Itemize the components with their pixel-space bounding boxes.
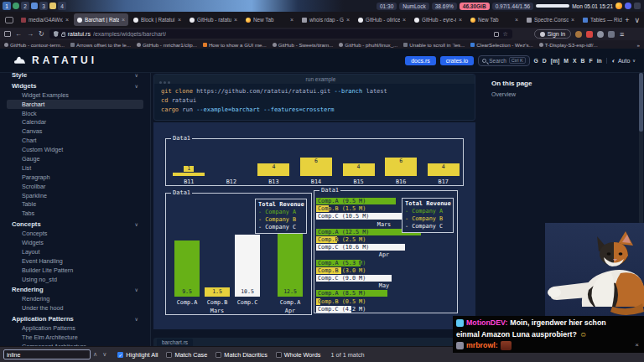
find-option-highlight-all[interactable]: ✓Highlight All bbox=[117, 351, 158, 359]
sidebar-item-sparkline[interactable]: Sparkline bbox=[7, 191, 143, 200]
back-button[interactable]: ← bbox=[15, 30, 22, 39]
sidebar-item-tabs[interactable]: Tabs bbox=[7, 209, 143, 218]
forward-button[interactable]: → bbox=[27, 30, 34, 39]
tracking-shield-icon[interactable] bbox=[54, 31, 59, 37]
sidebar-item-table[interactable]: Table bbox=[7, 199, 143, 209]
checkbox-icon[interactable]: ✓ bbox=[117, 352, 123, 358]
sign-in-button[interactable]: Sign in bbox=[534, 29, 571, 39]
browser-tab-block-ratatui[interactable]: Block | Ratatui× bbox=[130, 13, 184, 26]
monitor-icon[interactable] bbox=[31, 3, 38, 9]
tab-close-icon[interactable]: × bbox=[402, 17, 406, 23]
sidebar-item-event-handling[interactable]: Event Handling bbox=[7, 256, 143, 266]
firefox-view-icon[interactable] bbox=[5, 17, 13, 23]
tab-close-icon[interactable]: × bbox=[571, 17, 574, 23]
extension-monkey-icon[interactable] bbox=[575, 31, 582, 38]
browser-tab-whois-rdap-go[interactable]: whois rdap - Go× bbox=[299, 13, 353, 26]
sidebar-section-rendering[interactable]: Rendering∨ bbox=[7, 285, 143, 294]
list-tabs-button[interactable]: ∨ bbox=[634, 16, 640, 24]
volume-slider[interactable] bbox=[536, 4, 569, 8]
browser-tab-tables-rich-1[interactable]: Tables — Rich 1× bbox=[579, 13, 622, 26]
sidebar-item-paragraph[interactable]: Paragraph bbox=[7, 173, 143, 182]
browser-tab-new-tab[interactable]: New Tab× bbox=[467, 13, 522, 26]
bookmark-t-display-s3-esp-idf[interactable]: T-Display-S3-esp-idf/... bbox=[539, 42, 598, 48]
sidebar-item-under-the-hood[interactable]: Under the hood bbox=[7, 303, 143, 313]
sidebar-item-widgets[interactable]: Widgets bbox=[7, 238, 143, 247]
bookmark-star-icon[interactable]: ☆ bbox=[502, 31, 507, 38]
browser-tab-github-ratatui[interactable]: GitHub - ratatui× bbox=[186, 13, 241, 26]
discord-icon[interactable]: D bbox=[543, 58, 547, 64]
sidebar-item-scrollbar[interactable]: Scrollbar bbox=[7, 182, 143, 191]
browser-tab-github-eyre-rs[interactable]: GitHub - eyre-rs× bbox=[411, 13, 465, 26]
sidebar-item-concepts[interactable]: Concepts bbox=[7, 229, 143, 238]
workspace-button-4[interactable]: 4 bbox=[58, 2, 66, 10]
page-scrollbar[interactable] bbox=[639, 73, 643, 224]
toc-link-overview[interactable]: Overview bbox=[491, 91, 600, 97]
sidebar-item-layout[interactable]: Layout bbox=[7, 247, 143, 256]
tab-close-icon[interactable]: × bbox=[178, 17, 181, 23]
sidebar-item-application-patterns[interactable]: Application Patterns bbox=[7, 323, 143, 333]
checkbox-icon[interactable] bbox=[166, 352, 172, 358]
bookmark-how-to-show-a-gui-me[interactable]: How to show a GUI me... bbox=[203, 42, 267, 48]
linkedin-icon[interactable]: in bbox=[597, 58, 602, 64]
sidebar-section-application-patterns[interactable]: Application Patterns∨ bbox=[7, 314, 143, 323]
site-brand[interactable]: RATATUI bbox=[13, 54, 97, 66]
find-previous-button[interactable]: ∧ bbox=[93, 351, 97, 358]
extension-gray-icon[interactable] bbox=[597, 31, 604, 38]
sidebar-section-widgets[interactable]: Widgets∨ bbox=[7, 81, 143, 90]
tab-close-icon[interactable]: × bbox=[346, 17, 350, 23]
tab-close-icon[interactable]: × bbox=[122, 17, 125, 23]
sidebar-item-gauge[interactable]: Gauge bbox=[7, 154, 143, 163]
lock-icon[interactable] bbox=[61, 34, 65, 37]
workspace-button-2[interactable]: 2 bbox=[21, 2, 29, 10]
checkbox-icon[interactable] bbox=[216, 352, 221, 358]
chat-close-icon[interactable]: × bbox=[635, 341, 639, 349]
sidebar-item-list[interactable]: List bbox=[7, 163, 143, 173]
matrix-icon[interactable]: [m] bbox=[551, 58, 560, 64]
tab-close-icon[interactable]: × bbox=[515, 17, 518, 23]
browser-tab-spectre-console-d[interactable]: Spectre.Console D× bbox=[523, 13, 578, 26]
crates-io-button[interactable]: crates.io bbox=[440, 56, 474, 65]
find-input[interactable] bbox=[3, 349, 91, 359]
find-option-match-case[interactable]: Match Case bbox=[166, 351, 207, 359]
sidebar-item-builder-lite-pattern[interactable]: Builder Lite Pattern bbox=[7, 266, 143, 275]
bookmarks-overflow-button[interactable]: » bbox=[637, 42, 640, 48]
workspace-button-1[interactable]: 1 bbox=[3, 2, 11, 10]
tab-close-icon[interactable]: × bbox=[65, 17, 69, 23]
browser-tab-new-tab[interactable]: New Tab× bbox=[242, 13, 297, 26]
find-option-whole-words[interactable]: Whole Words bbox=[276, 351, 321, 359]
extension-ublock-icon[interactable] bbox=[586, 31, 593, 38]
sidebar-item-using-no-std[interactable]: Using no_std bbox=[7, 275, 143, 284]
discord-tray-icon[interactable] bbox=[625, 3, 631, 9]
bluesky-icon[interactable]: B bbox=[581, 58, 585, 64]
find-next-button[interactable]: ∨ bbox=[102, 351, 106, 358]
menu-button[interactable]: ≡ bbox=[620, 30, 624, 39]
tab-close-icon[interactable]: × bbox=[234, 17, 237, 23]
sidebar-item-calendar[interactable]: Calendar bbox=[7, 117, 143, 127]
globe-icon[interactable] bbox=[13, 3, 19, 9]
browser-tab-media-g4awx2[interactable]: media/G4AWx2× bbox=[18, 13, 72, 26]
bookmark-github-sweets-tiram[interactable]: GitHub - Sweets/tiram... bbox=[273, 42, 334, 48]
github-icon[interactable]: G bbox=[534, 58, 538, 64]
bookmark-github-phuhl-linux[interactable]: GitHub - phuhl/linux_... bbox=[339, 42, 397, 48]
sidebar-section-concepts[interactable]: Concepts∨ bbox=[7, 220, 143, 229]
firefox-tray-icon[interactable] bbox=[615, 3, 622, 9]
new-tab-button[interactable]: + bbox=[625, 16, 629, 24]
sidebar-item-canvas[interactable]: Canvas bbox=[7, 127, 143, 136]
chat-username[interactable]: MotionDEV: bbox=[466, 318, 507, 329]
search-input[interactable]: Search Ctrl K bbox=[478, 55, 529, 66]
x-icon[interactable]: X bbox=[573, 58, 577, 64]
notes-icon[interactable] bbox=[49, 3, 56, 9]
sidebar-item-custom-widget[interactable]: Custom Widget bbox=[7, 145, 143, 154]
bookmark-github-mrichar1-clip[interactable]: GitHub - mrichar1/clip... bbox=[137, 42, 197, 48]
forum-icon[interactable]: F bbox=[589, 58, 592, 64]
bookmark-github-contour-term[interactable]: GitHub - contour-term... bbox=[4, 42, 65, 48]
browser-tab-barchart-ratat[interactable]: Barchart | Ratat× bbox=[74, 13, 128, 26]
tab-close-icon[interactable]: × bbox=[459, 17, 462, 23]
chat-username[interactable]: mrbrowl: bbox=[466, 340, 498, 352]
mastodon-icon[interactable]: M bbox=[564, 58, 569, 64]
window-icon[interactable] bbox=[4, 31, 11, 37]
sidebar-item-the-elm-architecture[interactable]: The Elm Architecture bbox=[7, 333, 143, 342]
sidebar-item-rendering[interactable]: Rendering bbox=[7, 294, 143, 303]
theme-selector[interactable]: ◐ Auto ∨ bbox=[606, 58, 636, 64]
sidebar-item-barchart[interactable]: Barchart bbox=[7, 100, 143, 109]
